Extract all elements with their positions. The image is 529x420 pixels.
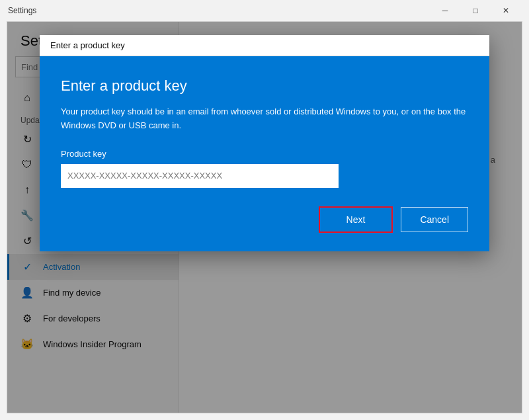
dialog-title: Enter a product key [61, 77, 468, 95]
dialog-overlay: Enter a product key Enter a product key … [7, 22, 522, 413]
product-key-label: Product key [61, 149, 468, 159]
dialog-wrapper: Enter a product key Enter a product key … [40, 35, 489, 251]
dialog-description: Your product key should be in an email f… [61, 105, 468, 133]
title-bar-controls: ─ □ ✕ [430, 0, 521, 21]
product-key-dialog: Enter a product key Your product key sho… [40, 56, 489, 251]
title-bar: Settings ─ □ ✕ [0, 0, 529, 21]
app-window: Settings 🔍 ⌂ Home Update & Security ↻ W … [7, 21, 522, 413]
dialog-titlebar: Enter a product key [40, 35, 489, 56]
title-bar-title: Settings [8, 6, 430, 15]
cancel-button[interactable]: Cancel [401, 207, 468, 232]
minimize-button[interactable]: ─ [430, 0, 460, 21]
maximize-button[interactable]: □ [460, 0, 491, 21]
dialog-buttons: Next Cancel [61, 206, 468, 233]
product-key-input[interactable] [61, 164, 339, 188]
next-button[interactable]: Next [319, 206, 393, 233]
close-button[interactable]: ✕ [491, 0, 521, 21]
product-key-input-group: Product key [61, 149, 468, 188]
dialog-titlebar-text: Enter a product key [50, 40, 125, 50]
